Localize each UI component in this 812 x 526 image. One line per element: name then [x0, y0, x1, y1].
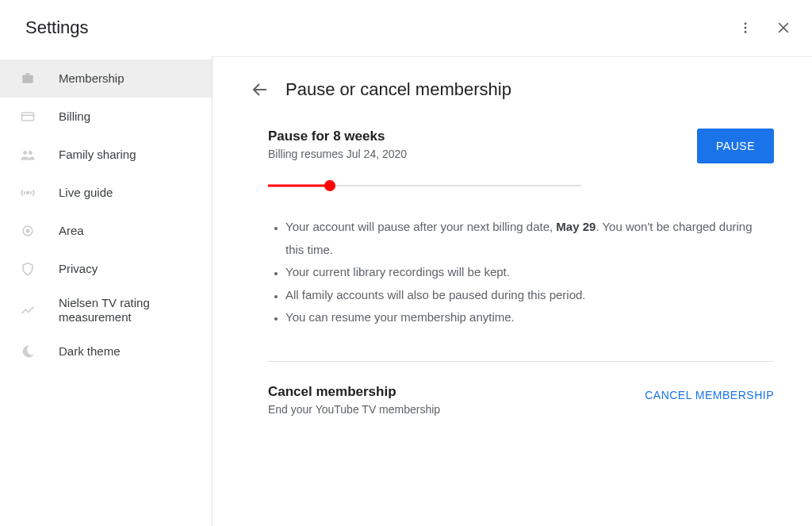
cancel-section: Cancel membership End your YouTube TV me…: [251, 384, 774, 416]
svg-point-8: [29, 151, 33, 155]
bullet-text: Your account will pause after your next …: [285, 220, 556, 233]
sidebar-item-label: Area: [59, 224, 84, 238]
list-item: Your account will pause after your next …: [285, 216, 774, 261]
suitcase-icon: [19, 70, 36, 87]
live-icon: [19, 184, 36, 202]
app-body: Membership Billing Family sharing Live g…: [0, 56, 812, 526]
svg-point-0: [745, 22, 747, 25]
people-icon: [19, 146, 36, 163]
svg-point-2: [745, 31, 747, 33]
pause-heading: Pause for 8 weeks: [268, 129, 407, 144]
moon-icon: [19, 343, 36, 360]
sidebar-item-dark-theme[interactable]: Dark theme: [0, 332, 212, 371]
card-icon: [19, 108, 36, 125]
target-icon: [19, 222, 36, 240]
sidebar-item-label: Billing: [59, 109, 90, 124]
list-item: You can resume your membership anytime.: [285, 306, 774, 329]
sidebar-item-privacy[interactable]: Privacy: [0, 250, 212, 288]
sidebar-item-live-guide[interactable]: Live guide: [0, 174, 212, 212]
sidebar-item-label: Family sharing: [59, 148, 136, 162]
close-icon[interactable]: [774, 18, 793, 37]
back-arrow-icon[interactable]: [251, 80, 270, 99]
sidebar-item-label: Privacy: [59, 262, 98, 276]
cancel-membership-button[interactable]: CANCEL MEMBERSHIP: [645, 384, 774, 401]
pause-duration-slider[interactable]: [268, 178, 581, 194]
svg-rect-5: [22, 113, 34, 121]
shield-icon: [19, 260, 36, 278]
more-icon[interactable]: [736, 18, 755, 37]
settings-sidebar: Membership Billing Family sharing Live g…: [0, 56, 213, 526]
bullet-strong-date: May 29: [556, 220, 596, 233]
settings-title: Settings: [25, 17, 89, 38]
trend-icon: [19, 301, 36, 319]
page-title: Pause or cancel membership: [285, 79, 511, 100]
pause-section-header: Pause for 8 weeks Billing resumes Jul 24…: [251, 129, 774, 163]
sidebar-item-label: Nielsen TV rating measurement: [59, 296, 178, 324]
sidebar-item-family-sharing[interactable]: Family sharing: [0, 136, 212, 174]
sidebar-item-label: Live guide: [59, 186, 113, 200]
sidebar-item-area[interactable]: Area: [0, 212, 212, 250]
svg-point-1: [745, 27, 747, 29]
sidebar-item-membership[interactable]: Membership: [0, 60, 212, 98]
svg-point-7: [23, 151, 27, 155]
svg-point-9: [27, 192, 29, 194]
section-divider: [268, 361, 774, 362]
main-content: Pause or cancel membership Pause for 8 w…: [213, 56, 812, 526]
list-item: All family accounts will also be paused …: [285, 284, 774, 307]
pause-button[interactable]: PAUSE: [697, 129, 774, 163]
cancel-heading: Cancel membership: [268, 384, 440, 400]
pause-subtext: Billing resumes Jul 24, 2020: [268, 148, 407, 160]
header-actions: [736, 18, 793, 37]
app-header: Settings: [0, 0, 812, 56]
sidebar-item-label: Dark theme: [59, 344, 121, 359]
page-header: Pause or cancel membership: [251, 79, 774, 100]
sidebar-item-nielsen[interactable]: Nielsen TV rating measurement: [0, 288, 212, 332]
sidebar-item-billing[interactable]: Billing: [0, 98, 212, 136]
slider-fill: [268, 185, 330, 187]
pause-info-list: Your account will pause after your next …: [251, 216, 774, 329]
svg-point-11: [26, 229, 29, 232]
cancel-subtext: End your YouTube TV membership: [268, 403, 440, 416]
slider-thumb[interactable]: [324, 180, 335, 191]
list-item: Your current library recordings will be …: [285, 261, 774, 284]
sidebar-item-label: Membership: [59, 71, 124, 86]
